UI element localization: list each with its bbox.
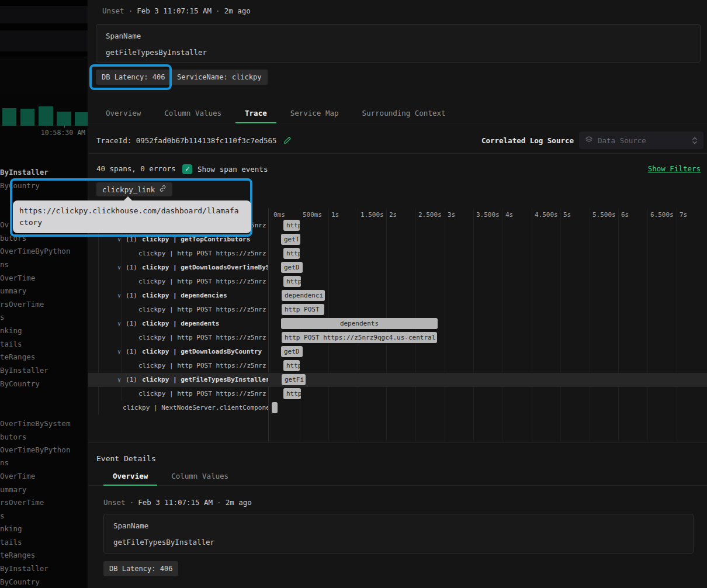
chevron-down-icon[interactable]: ∨ (117, 264, 121, 271)
span-duration-bar[interactable]: http POST https://z5nrz9qgc4.us-central (282, 332, 437, 343)
data-source-select[interactable]: Data Source (579, 132, 703, 149)
background-band (0, 0, 88, 6)
span-duration-bar[interactable] (272, 402, 278, 413)
list-item[interactable]: rsOverTime (0, 496, 88, 509)
time-axis-label: 5s (563, 211, 571, 219)
show-filters-link[interactable]: Show Filters (648, 164, 701, 173)
span-count: (1) (126, 264, 137, 271)
chevron-down-icon[interactable]: ∨ (117, 320, 121, 327)
chevron-down-icon[interactable]: ∨ (117, 348, 121, 355)
span-row[interactable]: clickpy | http POST https://z5nrz http (88, 387, 707, 401)
span-duration-bar[interactable]: getFi (282, 374, 306, 385)
span-row-label: clickpy | http POST https://z5nrz (88, 303, 268, 317)
histogram-axis (0, 126, 88, 126)
chevron-down-icon[interactable]: ∨ (117, 376, 121, 383)
span-name: clickpy | dependencies (142, 292, 227, 299)
list-item[interactable]: OverTime (0, 470, 88, 483)
span-duration-bar[interactable]: dependents (281, 318, 438, 329)
tab-item[interactable]: Service Map (281, 104, 348, 123)
list-item[interactable]: OverTime (0, 272, 88, 285)
time-axis-label: 0ms (273, 211, 285, 219)
list-item[interactable]: rsOverTime (0, 298, 88, 311)
span-duration-bar[interactable]: getD (281, 262, 303, 273)
span-row[interactable]: clickpy | http POST https://z5nrz http (88, 359, 707, 373)
list-item[interactable]: ByCountry (0, 378, 88, 390)
edit-pencil-icon[interactable] (283, 136, 292, 147)
relative-time: 2m ago (224, 6, 251, 15)
trace-id-row: TraceId: 0952fad0b67b114138fc110f3c7ed56… (88, 131, 707, 151)
span-duration-bar[interactable]: getT (281, 234, 300, 245)
chevron-down-icon[interactable]: ∨ (117, 236, 121, 243)
span-row-label: ∨(1)clickpy | getFileTypesByInstaller (88, 373, 268, 387)
list-item[interactable]: nking (0, 324, 88, 337)
list-item[interactable]: ns (0, 456, 88, 469)
list-item[interactable]: butors (0, 431, 88, 444)
list-item[interactable]: ummary (0, 285, 88, 298)
span-row[interactable]: clickpy | http POST https://z5nrz http (88, 247, 707, 261)
separator: · (212, 6, 224, 15)
show-span-events-checkbox[interactable]: ✓ (182, 164, 192, 174)
list-item[interactable]: ByInstaller (0, 562, 88, 575)
span-row[interactable]: clickpy | http POST https://z5nrz http P… (88, 331, 707, 345)
span-row[interactable]: ∨(1)clickpy | getFileTypesByInstaller ge… (88, 373, 707, 387)
tab-item[interactable]: Overview (103, 468, 157, 485)
span-row-label: clickpy | http POST https://z5nrz (88, 331, 268, 345)
list-item[interactable]: nking (0, 523, 88, 535)
tab-item[interactable]: Overview (96, 104, 150, 123)
span-row[interactable]: ∨(1)clickpy | dependents dependents (88, 317, 707, 331)
time-axis-label: 4.500s (535, 211, 558, 219)
db-latency-badge[interactable]: DB Latency: 406 (103, 561, 178, 576)
span-name-label: SpanName (113, 521, 684, 530)
span-duration-bar[interactable]: http (283, 388, 301, 399)
chevron-down-icon[interactable]: ∨ (117, 292, 121, 299)
span-duration-bar[interactable]: http POST (282, 304, 324, 315)
time-axis-label: 3s (448, 211, 455, 219)
layers-icon (585, 136, 593, 146)
show-span-events-label[interactable]: Show span events (197, 165, 268, 174)
data-source-placeholder: Data Source (598, 136, 646, 145)
histogram-tick (64, 126, 65, 128)
span-row[interactable]: clickpy | http POST https://z5nrz http P… (88, 303, 707, 317)
status-label: Unset (103, 498, 126, 507)
tab-item[interactable]: Trace (235, 104, 276, 123)
list-item[interactable]: s (0, 311, 88, 324)
span-name-card: SpanName getFileTypesByInstaller (96, 24, 701, 63)
span-name-value: getFileTypesByInstaller (113, 538, 684, 547)
span-row[interactable]: ∨(1)clickpy | dependencies dependenci (88, 289, 707, 303)
span-row[interactable]: ∨(1)clickpy | getDownloadsOverTimeByS ge… (88, 261, 707, 275)
url-tooltip: https://clickpy.clickhouse.com/dashboard… (13, 200, 251, 233)
tab-item[interactable]: Column Values (155, 104, 231, 123)
list-item[interactable]: s (0, 510, 88, 523)
status-label: Unset (102, 6, 124, 15)
list-item[interactable]: OverTimeBySystem (0, 417, 88, 430)
span-duration-bar[interactable]: http (283, 248, 300, 259)
list-item[interactable]: ByCountry (0, 576, 88, 588)
list-item[interactable]: tails (0, 338, 88, 351)
span-row-label: clickpy | http POST https://z5nrz (88, 359, 268, 373)
span-row[interactable]: clickpy | NextNodeServer.clientCompone (88, 401, 707, 415)
span-row[interactable]: ∨(1)clickpy | getDownloadsByCountry getD (88, 345, 707, 359)
span-duration-bar[interactable]: http (283, 220, 300, 231)
histogram-bar (39, 106, 53, 126)
span-header: Unset·Feb 3 11:07:15 AM·2m ago (102, 6, 251, 15)
span-row[interactable]: clickpy | http POST https://z5nrz http (88, 275, 707, 289)
span-duration-bar[interactable]: getD (281, 346, 303, 357)
list-item[interactable]: tails (0, 536, 88, 549)
span-duration-bar[interactable]: dependenci (282, 290, 325, 301)
tab-item[interactable]: Column Values (162, 468, 238, 485)
span-duration-bar[interactable]: http (283, 360, 300, 371)
list-item[interactable]: OverTimeByPython (0, 444, 88, 456)
list-item[interactable]: ByInstaller (0, 166, 88, 179)
service-name-badge[interactable]: ServiceName: clickpy (171, 70, 268, 85)
span-duration-bar[interactable]: http (283, 276, 301, 287)
list-item[interactable]: teRanges (0, 351, 88, 364)
list-item[interactable]: ummary (0, 483, 88, 496)
tab-item[interactable]: Surrounding Context (353, 104, 455, 123)
list-item[interactable]: teRanges (0, 549, 88, 562)
background-band (0, 23, 88, 30)
list-item[interactable]: ByInstaller (0, 364, 88, 377)
span-name: clickpy | getDownloadsByCountry (142, 348, 262, 355)
list-item[interactable]: ns (0, 258, 88, 271)
list-item[interactable]: OverTimeByPython (0, 245, 88, 258)
span-name-label: SpanName (106, 32, 691, 40)
